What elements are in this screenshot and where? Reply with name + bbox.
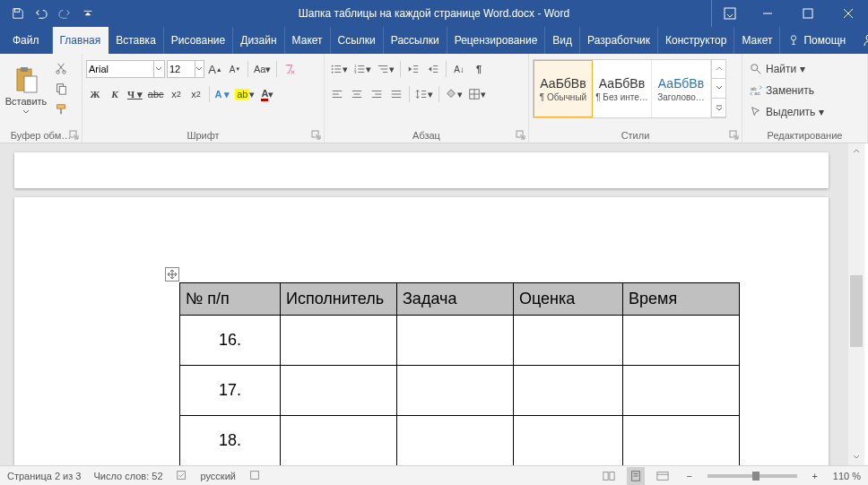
strike-button[interactable]: abc	[146, 85, 166, 103]
paste-button[interactable]: Вставить	[4, 56, 48, 126]
highlight-button[interactable]: ab▾	[233, 85, 256, 103]
table-header[interactable]: Задача	[397, 283, 514, 316]
tab-references[interactable]: Ссылки	[331, 27, 384, 54]
tab-insert[interactable]: Вставка	[108, 27, 164, 54]
cut-button[interactable]	[52, 59, 70, 77]
styles-launcher-icon[interactable]	[729, 130, 740, 141]
table-cell[interactable]	[514, 366, 623, 416]
copy-button[interactable]	[52, 80, 70, 98]
multilevel-button[interactable]: ▾	[375, 60, 396, 78]
styles-scroll-up[interactable]	[712, 60, 725, 79]
style-normal[interactable]: АаБбВв ¶ Обычный	[534, 60, 593, 117]
superscript-button[interactable]: x2	[187, 85, 205, 103]
ribbon-options-button[interactable]	[711, 0, 747, 27]
undo-button[interactable]	[30, 3, 52, 24]
tab-review[interactable]: Рецензирование	[447, 27, 546, 54]
scroll-up-button[interactable]	[848, 143, 864, 160]
tab-mailings[interactable]: Рассылки	[384, 27, 447, 54]
save-button[interactable]	[7, 3, 29, 24]
status-page[interactable]: Страница 2 из 3	[7, 471, 81, 481]
status-spellcheck-icon[interactable]	[176, 469, 188, 483]
tab-developer[interactable]: Разработчик	[580, 27, 658, 54]
tab-layout[interactable]: Макет	[285, 27, 331, 54]
tab-table-layout[interactable]: Макет	[734, 27, 780, 54]
table-cell[interactable]	[281, 316, 397, 366]
font-name-input[interactable]	[87, 64, 153, 74]
zoom-in-button[interactable]: +	[806, 467, 824, 485]
grow-font-button[interactable]: A▲	[206, 60, 224, 78]
table-move-handle[interactable]	[165, 267, 179, 281]
justify-button[interactable]	[387, 85, 405, 103]
minimize-button[interactable]	[747, 0, 787, 27]
borders-button[interactable]: ▾	[466, 85, 488, 103]
table-header[interactable]: Оценка	[514, 283, 623, 316]
underline-button[interactable]: Ч ▾	[126, 85, 144, 103]
tab-table-design[interactable]: Конструктор	[658, 27, 734, 54]
change-case-button[interactable]: Aa▾	[252, 60, 273, 78]
table-cell[interactable]	[281, 416, 397, 466]
status-language[interactable]: русский	[201, 471, 236, 481]
view-read-button[interactable]	[600, 467, 618, 485]
style-heading1[interactable]: АаБбВв Заголово…	[652, 60, 711, 117]
tab-draw[interactable]: Рисование	[164, 27, 233, 54]
tab-design[interactable]: Дизайн	[233, 27, 284, 54]
share-button[interactable]	[855, 33, 868, 48]
text-effects-button[interactable]: A ▾	[213, 85, 232, 103]
align-left-button[interactable]	[328, 85, 346, 103]
italic-button[interactable]: К	[106, 85, 124, 103]
status-macro-icon[interactable]	[248, 469, 261, 483]
styles-expand[interactable]	[712, 99, 725, 117]
table-cell[interactable]	[397, 416, 514, 466]
bold-button[interactable]: Ж	[86, 85, 104, 103]
decrease-indent-button[interactable]	[404, 60, 422, 78]
paragraph-launcher-icon[interactable]	[516, 130, 526, 141]
styles-scroll-down[interactable]	[712, 79, 725, 98]
vertical-scrollbar[interactable]	[848, 143, 864, 465]
numbering-button[interactable]: 123▾	[352, 60, 373, 78]
table-cell[interactable]	[623, 316, 740, 366]
zoom-level[interactable]: 110 %	[833, 471, 861, 481]
zoom-thumb[interactable]	[752, 472, 760, 481]
table-cell[interactable]: 18.	[180, 416, 281, 466]
status-words[interactable]: Число слов: 52	[93, 471, 162, 481]
maximize-button[interactable]	[787, 0, 828, 27]
subscript-button[interactable]: x2	[168, 85, 186, 103]
tell-me[interactable]: Помощн	[780, 34, 853, 47]
redo-button[interactable]	[54, 3, 75, 24]
document-area[interactable]: № п/п Исполнитель Задача Оценка Время 16…	[0, 143, 848, 465]
font-size-input[interactable]	[168, 64, 195, 74]
show-marks-button[interactable]: ¶	[470, 60, 488, 78]
format-painter-button[interactable]	[52, 100, 70, 118]
font-color-button[interactable]: A▾	[258, 85, 276, 103]
find-button[interactable]: Найти ▾	[746, 59, 828, 79]
qat-customize-button[interactable]	[77, 3, 99, 24]
zoom-out-button[interactable]: −	[681, 467, 699, 485]
table-cell[interactable]	[397, 366, 514, 416]
bullets-button[interactable]: ▾	[328, 60, 350, 78]
tab-home[interactable]: Главная	[53, 27, 109, 54]
tab-file[interactable]: Файл	[0, 27, 53, 54]
close-button[interactable]	[828, 0, 868, 27]
font-size-combo[interactable]	[167, 60, 204, 78]
table-cell[interactable]	[623, 366, 740, 416]
document-table[interactable]: № п/п Исполнитель Задача Оценка Время 16…	[179, 282, 740, 465]
table-header[interactable]: Время	[623, 283, 740, 316]
clear-format-button[interactable]	[281, 60, 299, 78]
clipboard-launcher-icon[interactable]	[69, 130, 80, 141]
shading-button[interactable]: ▾	[443, 85, 464, 103]
table-header[interactable]: Исполнитель	[281, 283, 397, 316]
table-header[interactable]: № п/п	[180, 283, 281, 316]
scroll-down-button[interactable]	[848, 449, 864, 465]
font-name-combo[interactable]	[86, 60, 165, 78]
style-nospacing[interactable]: АаБбВв ¶ Без инте…	[593, 60, 652, 117]
table-cell[interactable]	[514, 316, 623, 366]
replace-button[interactable]: abacЗаменить	[746, 81, 828, 100]
shrink-font-button[interactable]: A▼	[226, 60, 244, 78]
scroll-thumb[interactable]	[850, 275, 863, 347]
tab-view[interactable]: Вид	[545, 27, 580, 54]
table-cell[interactable]	[281, 366, 397, 416]
table-cell[interactable]: 17.	[180, 366, 281, 416]
scroll-track[interactable]	[848, 160, 864, 449]
select-button[interactable]: Выделить ▾	[746, 102, 828, 122]
sort-button[interactable]: A↓	[450, 60, 468, 78]
